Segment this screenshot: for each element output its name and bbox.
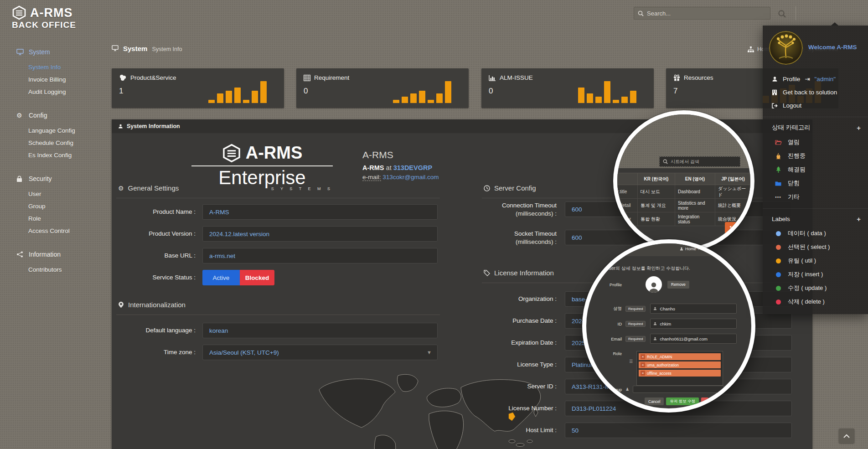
logout-menu-item[interactable]: Logout <box>763 99 868 112</box>
contact-at: at <box>386 164 392 171</box>
sidebar-item-group[interactable]: Group <box>0 200 106 212</box>
label-item-select[interactable]: 선택된 ( select ) <box>763 240 868 254</box>
label-item-update[interactable]: 수정 ( update ) <box>763 281 868 295</box>
table-row: der.detail 통계 및 개요 Statistics and more 統… <box>613 199 751 212</box>
default-language-row: Default language : korean <box>116 323 438 338</box>
scroll-to-top-button[interactable] <box>839 428 854 443</box>
sitemap-icon <box>748 46 754 52</box>
sidebar-section-system[interactable]: System <box>0 46 106 58</box>
host-limit-row: Host Limit : 50 <box>472 423 792 438</box>
required-badge: Required <box>625 306 646 312</box>
label-dot <box>776 231 781 236</box>
contact-email-link[interactable]: 313cokr@gmail.com <box>382 174 439 181</box>
sidebar-item-audit-logging[interactable]: Audit Logging <box>0 86 106 98</box>
label-item-delete[interactable]: 삭제 ( delete ) <box>763 295 868 309</box>
required-badge: Required <box>625 321 646 327</box>
contact-block: A-RMS A-RMS at 313DEVGRP e-mail: 313cokr… <box>362 148 439 182</box>
profile-row: Profile Remove <box>586 276 689 293</box>
status-item-resolved[interactable]: 해결됨 <box>763 163 868 176</box>
label-dot <box>776 245 781 250</box>
table-row: der.title 대시 보드 Dashboard ダッシュボード <box>613 185 751 199</box>
history-clock-icon <box>484 185 490 191</box>
share-icon <box>16 251 24 258</box>
brand-product-line: Enterprise <box>191 167 333 188</box>
status-item-open[interactable]: 열림 <box>763 135 868 149</box>
product-name-input[interactable]: A-RMS <box>202 204 438 220</box>
timezone-label: Time zone : <box>116 348 196 356</box>
labels-title: Labels <box>772 216 790 222</box>
sidebar-item-contributors[interactable]: Contributors <box>0 263 106 276</box>
stat-card-label: Resources <box>684 74 713 81</box>
search-icon <box>638 10 644 16</box>
sidebar-item-role[interactable]: Role <box>0 212 106 225</box>
contact-org-link[interactable]: 313DEVGRP <box>393 164 432 171</box>
sparkline-chart <box>578 81 646 103</box>
host-limit-label: Host Limit : <box>472 426 557 434</box>
label-item-util[interactable]: 유틸 ( util ) <box>763 254 868 268</box>
section-rule <box>116 315 440 315</box>
label-item-data[interactable]: 데이터 ( data ) <box>763 227 868 240</box>
sidebar-item-schedule-config[interactable]: Schedule Config <box>0 137 106 149</box>
get-back-to-solution-item[interactable]: Get back to solution <box>763 86 868 99</box>
sidebar-item-es-index-config[interactable]: Es Index Config <box>0 149 106 161</box>
arms-enterprise-logo: A-RMS Enterprise S Y S T E M S <box>191 143 333 191</box>
language-table: KR (한국어) EN (영어) JP (일본어) der.title 대시 보… <box>613 173 751 226</box>
sidebar-section-information[interactable]: Information <box>0 248 106 261</box>
search-submit-icon[interactable] <box>775 7 789 20</box>
role-row: Role ☰ ×ROLE_ADMIN ×uma_authorization ×o… <box>586 351 723 386</box>
sparkline-chart <box>393 81 461 103</box>
app-logo[interactable]: A-RMS BACK OFFICE <box>0 0 106 30</box>
profile-menu-item[interactable]: Profile ⇥ "admin" <box>763 72 868 86</box>
add-label-button[interactable]: + <box>857 215 861 223</box>
search-input[interactable] <box>647 10 766 17</box>
host-limit-input[interactable]: 50 <box>565 423 792 438</box>
globe-pin-icon <box>118 301 124 308</box>
base-url-input[interactable]: a-rms.net <box>202 248 438 263</box>
menu-divider <box>763 208 868 209</box>
sidebar-item-access-control[interactable]: Access Control <box>0 225 106 237</box>
role-chip: ×offline_access <box>639 370 721 377</box>
add-status-category-button[interactable]: + <box>857 124 861 132</box>
monitor-icon <box>16 49 24 55</box>
id-row: ID Required chkim <box>586 319 737 329</box>
service-status-row: Service Status : Active Blocked <box>116 270 438 285</box>
label-item-insert[interactable]: 저장 ( insert ) <box>763 268 868 281</box>
required-badge: Required <box>625 336 646 342</box>
ellipsis-icon: ••• <box>775 195 782 200</box>
col-en: EN (영어) <box>675 173 715 185</box>
timezone-select[interactable]: Asia/Seoul (KST, UTC+9) ▼ <box>202 345 438 360</box>
status-item-in-progress[interactable]: 진행중 <box>763 149 868 163</box>
sidebar-item-user[interactable]: User <box>0 188 106 200</box>
service-status-blocked-button[interactable]: Blocked <box>240 270 274 285</box>
brand-divider <box>191 165 333 166</box>
status-item-closed[interactable]: 닫힘 <box>763 176 868 190</box>
base-url-row: Base URL : a-rms.net <box>116 248 438 263</box>
page-head: System System Info <box>112 45 182 52</box>
tab-arrow-icon: ⇥ <box>805 75 810 83</box>
product-version-input[interactable]: 2024.12.latest version <box>202 226 438 242</box>
tree-icon <box>775 166 782 173</box>
gear-icon: ⚙ <box>118 185 124 192</box>
label-dot <box>776 286 781 291</box>
status-item-etc[interactable]: ••• 기타 <box>763 190 868 204</box>
sidebar-section-security[interactable]: Security <box>0 172 106 185</box>
service-status-label: Service Status : <box>116 274 196 282</box>
stat-card-requirement: Requirement 0 <box>296 68 469 108</box>
page-subtitle: System Info <box>152 46 182 52</box>
group-icon: ♟ <box>625 387 629 392</box>
sidebar-section-config[interactable]: ⚙ Config <box>0 109 106 122</box>
license-type-label: License Type : <box>472 361 557 369</box>
service-status-active-button[interactable]: Active <box>202 270 240 285</box>
sidebar-item-invoice-billing[interactable]: Invoice Billing <box>0 73 106 86</box>
name-input: Chanho <box>650 304 737 314</box>
organization-label: Organization : <box>472 295 557 303</box>
topbar-divider <box>796 6 796 20</box>
name-row: 성명 Required Chanho <box>586 304 737 314</box>
page-monitor-icon <box>112 45 119 51</box>
group-input <box>633 386 724 393</box>
product-version-row: Product Version : 2024.12.latest version <box>116 226 438 242</box>
tags-icon <box>484 270 490 276</box>
sidebar-item-language-config[interactable]: Language Config <box>0 124 106 137</box>
default-language-input[interactable]: korean <box>202 323 438 338</box>
sidebar-item-system-info[interactable]: System Info <box>0 61 106 73</box>
